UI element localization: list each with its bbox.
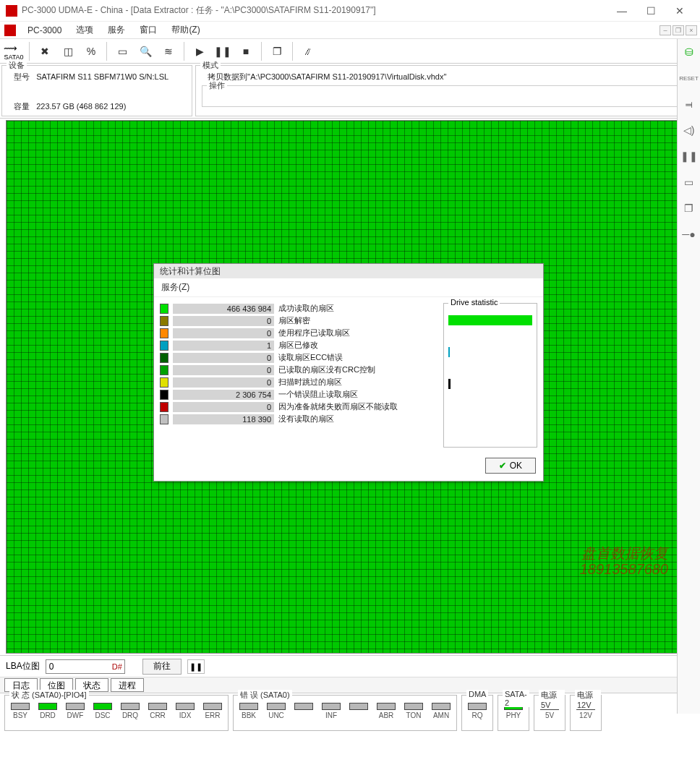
led-label: UNC: [268, 711, 284, 719]
disk-icon[interactable]: ⛁: [680, 43, 699, 61]
model-label: 型号: [14, 72, 30, 81]
menubar: PC-3000 选项 服务 窗口 帮助(Z) – ❐ ×: [0, 22, 700, 39]
tab-process[interactable]: 进程: [111, 678, 144, 692]
pause-button[interactable]: ❚❚: [212, 41, 234, 61]
stop-button[interactable]: ■: [235, 41, 257, 61]
menu-options[interactable]: 选项: [70, 22, 99, 38]
speaker-icon[interactable]: ◁): [680, 121, 699, 139]
stat-label: 因为准备就绪失败而扇区不能读取: [278, 401, 398, 412]
device-legend: 设备: [7, 60, 27, 71]
led-indicator: [93, 703, 112, 710]
connector-icon[interactable]: ⫤: [680, 95, 699, 113]
stat-label: 读取扇区ECC错误: [278, 352, 343, 363]
mdi-close[interactable]: ×: [686, 25, 697, 35]
script-icon[interactable]: ◫: [57, 41, 79, 61]
led-label: IDX: [179, 711, 192, 719]
led-RQ: RQ: [466, 703, 488, 719]
dialog-menu-service[interactable]: 服务(Z): [154, 278, 543, 297]
stat-value: 466 436 984: [173, 304, 274, 314]
lba-input[interactable]: [46, 659, 125, 674]
status-legend-1: 状 态 (SATA0)-[PIO4]: [9, 690, 89, 701]
goto-button[interactable]: 前往: [142, 659, 182, 675]
stat-row: 0 读取扇区ECC错误: [160, 352, 438, 363]
dialog-title[interactable]: 统计和计算位图: [154, 264, 543, 278]
sata-port-button[interactable]: ⟿SATA0: [3, 41, 25, 61]
pc3000-icon: [4, 25, 16, 36]
status-legend-3: DMA: [466, 690, 488, 698]
led-label: AMN: [433, 711, 449, 719]
led-DRQ: DRQ: [119, 703, 141, 719]
reset-icon[interactable]: RESET: [680, 69, 699, 87]
led-label: BSY: [13, 711, 27, 719]
close-button[interactable]: ✕: [665, 1, 694, 21]
search-icon[interactable]: 🔍: [135, 41, 156, 61]
mode-group: 模式 拷贝数据到''A:\PC3000\SATAFIRM S11-2019091…: [195, 65, 699, 116]
stat-row: 466 436 984 成功读取的扇区: [160, 303, 438, 314]
led-indicator: [176, 703, 195, 710]
play-button[interactable]: ▶: [189, 41, 210, 61]
led-indicator: [38, 703, 57, 710]
percent-icon[interactable]: %: [80, 41, 102, 61]
led-label: DRQ: [122, 711, 138, 719]
watermark: 盘首数据恢复 18913587680: [580, 545, 668, 577]
led-BSY: BSY: [9, 703, 31, 719]
stack-icon[interactable]: ❐: [680, 200, 699, 217]
mdi-restore[interactable]: ❐: [673, 25, 684, 35]
menu-app-label[interactable]: PC-3000: [22, 24, 67, 37]
mode-legend: 模式: [200, 60, 221, 71]
led-INF: INF: [320, 703, 342, 719]
stat-value: 0: [173, 316, 274, 326]
status-group-sata: 状 态 (SATA0)-[PIO4] BSYDRDDWFDSCDRQCRRIDX…: [4, 695, 229, 731]
stat-row: 2 306 754 一个错误阻止读取扇区: [160, 389, 438, 400]
led-blank: [348, 703, 370, 719]
stat-value: 0: [173, 402, 274, 412]
stat-row: 118 390 没有读取的扇区: [160, 414, 438, 424]
menu-window[interactable]: 窗口: [134, 22, 163, 38]
stat-label: 使用程序已读取扇区: [278, 328, 350, 338]
lba-pause-icon[interactable]: ❚❚: [187, 659, 205, 674]
stat-color-swatch: [160, 402, 168, 412]
stat-value: 1: [173, 341, 274, 351]
menu-service[interactable]: 服务: [102, 22, 131, 38]
lba-label: LBA位图: [6, 660, 40, 672]
chart-icon[interactable]: ⫽: [297, 41, 319, 61]
maximize-button[interactable]: ☐: [636, 1, 665, 21]
stat-label: 成功读取的扇区: [278, 303, 334, 314]
stat-label: 扇区已修改: [278, 340, 318, 351]
db-icon[interactable]: ≋: [158, 41, 179, 61]
ok-button[interactable]: ✔ OK: [485, 458, 536, 474]
stat-color-swatch: [160, 304, 168, 314]
window-title: PC-3000 UDMA-E - China - [Data Extractor…: [22, 4, 607, 17]
led-ERR: ERR: [202, 703, 223, 719]
statistics-dialog: 统计和计算位图 服务(Z) 466 436 984 成功读取的扇区 0 扇区解密…: [153, 263, 544, 482]
plug-icon[interactable]: ─●: [680, 226, 699, 243]
doc-icon[interactable]: ▭: [680, 174, 699, 191]
led-indicator: [349, 703, 368, 710]
capacity-value: 223.57 GB (468 862 129): [36, 102, 126, 111]
stat-color-swatch: [160, 390, 168, 400]
drive-statistic-box: Drive statistic: [443, 303, 537, 448]
copy-icon[interactable]: ❐: [266, 41, 288, 61]
device-group: 设备 型号 SATAFIRM S11 SBFM71W0 S/N:LSL 容量 2…: [1, 65, 192, 116]
stat-value: 0: [173, 377, 274, 388]
tools-icon[interactable]: ✖︎: [34, 41, 56, 61]
stat-row: 0 已读取的扇区没有CRC控制: [160, 364, 438, 375]
led-DRD: DRD: [37, 703, 59, 719]
stat-value: 0: [173, 328, 274, 338]
led-DSC: DSC: [92, 703, 114, 719]
status-group-sata2: SATA-2 PHY: [498, 695, 529, 731]
stat-row: 0 因为准备就绪失败而扇区不能读取: [160, 401, 438, 412]
operation-legend: 操作: [207, 80, 227, 91]
led-label: PHY: [506, 711, 521, 719]
led-indicator: [267, 703, 286, 710]
file-icon[interactable]: ▭: [111, 41, 133, 61]
menu-help[interactable]: 帮助(Z): [166, 22, 205, 38]
led-CRR: CRR: [147, 703, 168, 719]
led-indicator: [11, 703, 30, 710]
mdi-minimize[interactable]: –: [660, 25, 671, 35]
minimize-button[interactable]: —: [607, 1, 636, 21]
led-IDX: IDX: [174, 703, 196, 719]
window-titlebar: PC-3000 UDMA-E - China - [Data Extractor…: [0, 0, 700, 22]
pause-side-icon[interactable]: ❚❚: [680, 147, 699, 165]
stat-row: 1 扇区已修改: [160, 340, 438, 351]
